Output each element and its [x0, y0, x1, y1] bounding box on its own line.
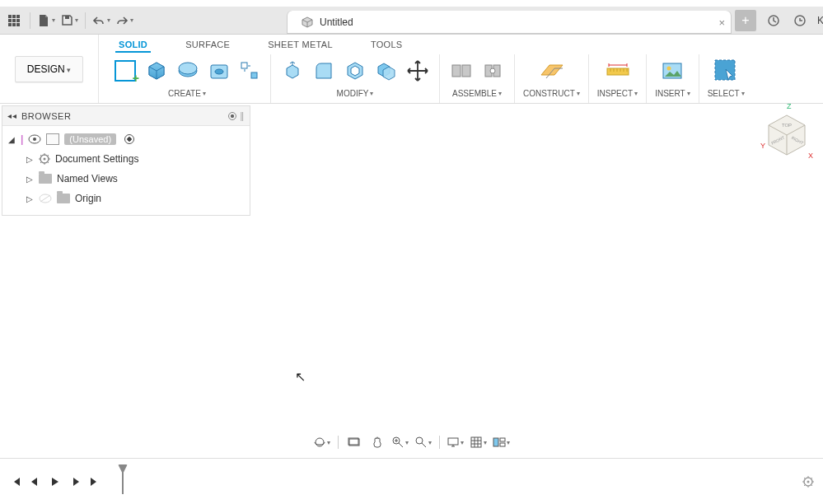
separator	[30, 12, 30, 29]
expand-icon[interactable]: ▷	[26, 194, 34, 203]
display-settings-button[interactable]	[447, 433, 465, 451]
pan-icon	[371, 436, 384, 449]
shell-button[interactable]	[342, 58, 368, 84]
svg-point-8	[215, 69, 223, 74]
workspace-button[interactable]: DESIGN	[15, 56, 84, 82]
pattern-button[interactable]	[237, 58, 262, 83]
document-tab-title: Untitled	[320, 16, 353, 28]
timeline-settings-button[interactable]	[802, 475, 815, 488]
fillet-button[interactable]	[311, 58, 337, 84]
insert-button[interactable]	[659, 58, 685, 84]
fit-icon	[414, 436, 428, 449]
tree-item-named-views[interactable]: ▷ Named Views	[4, 169, 248, 189]
extensions-button[interactable]	[765, 12, 783, 30]
press-pull-button[interactable]	[279, 58, 306, 84]
undo-button[interactable]	[92, 12, 110, 30]
separator	[85, 12, 86, 29]
timeline-end-button[interactable]	[87, 474, 102, 489]
view-cube-icon: TOP FRONT RIGHT	[762, 109, 811, 158]
look-at-button[interactable]	[345, 433, 363, 451]
timeline-next-button[interactable]	[68, 474, 82, 489]
folder-icon	[39, 174, 52, 184]
look-at-icon	[348, 436, 361, 448]
panel-select: SELECT	[699, 54, 753, 103]
axis-z-label: Z	[787, 102, 792, 110]
svg-text:TOP: TOP	[782, 123, 792, 128]
extrude-button[interactable]	[143, 58, 170, 84]
revolve-button[interactable]	[175, 58, 201, 84]
browser-header[interactable]: ◂◂ BROWSER ‖	[2, 106, 250, 126]
viewport-icon	[493, 436, 506, 448]
measure-button[interactable]	[604, 58, 630, 84]
visibility-icon[interactable]	[28, 134, 41, 144]
visibility-off-icon[interactable]	[39, 194, 52, 203]
pattern-icon	[239, 60, 260, 82]
panel-label-create[interactable]: CREATE	[168, 89, 206, 98]
sketch-icon	[115, 60, 136, 82]
panel-label-construct[interactable]: CONSTRUCT	[523, 89, 580, 98]
grid-settings-icon	[470, 436, 483, 449]
panel-label-assemble[interactable]: ASSEMBLE	[452, 89, 502, 98]
expand-icon[interactable]: ▷	[26, 155, 34, 164]
zoom-button[interactable]	[391, 433, 409, 451]
collapse-browser-button[interactable]: ◂◂	[7, 111, 16, 120]
component-icon	[46, 133, 59, 145]
tab-solid[interactable]: SOLID	[115, 38, 151, 53]
fillet-icon	[311, 58, 336, 83]
document-tab[interactable]: Untitled ×	[287, 11, 732, 34]
svg-rect-36	[493, 438, 498, 446]
close-tab-button[interactable]: ×	[718, 16, 725, 29]
activate-radio[interactable]	[124, 134, 134, 144]
tree-root[interactable]: ◢ | (Unsaved)	[4, 129, 248, 149]
document-tabstrip: Untitled × +	[287, 7, 756, 34]
save-button[interactable]	[60, 12, 78, 30]
tree-item-document-settings[interactable]: ▷ Document Settings	[4, 149, 248, 169]
hole-button[interactable]	[206, 58, 232, 84]
browser-panel: ◂◂ BROWSER ‖ ◢ | (Unsaved) ▷ Document Se…	[2, 105, 250, 216]
tree-item-label: Named Views	[57, 173, 118, 184]
browser-options-button[interactable]	[228, 112, 236, 120]
fit-button[interactable]	[414, 433, 433, 451]
canvas-area[interactable]: ◂◂ BROWSER ‖ ◢ | (Unsaved) ▷ Document Se…	[0, 104, 823, 458]
move-button[interactable]	[404, 58, 431, 84]
tab-surface[interactable]: SURFACE	[182, 38, 233, 53]
create-sketch-button[interactable]	[112, 58, 138, 84]
select-button[interactable]	[713, 58, 739, 84]
browser-resize-handle[interactable]: ‖	[240, 110, 245, 121]
ribbon-tabs: SOLID SURFACE SHEET METAL TOOLS	[99, 35, 823, 53]
panel-label-inspect[interactable]: INSPECT	[597, 89, 638, 98]
job-status-button[interactable]	[791, 12, 809, 30]
panel-insert: INSERT	[647, 54, 699, 103]
expand-icon[interactable]: ▷	[26, 175, 34, 184]
panel-label-insert[interactable]: INSERT	[655, 89, 690, 98]
timeline-prev-button[interactable]	[28, 474, 43, 489]
redo-button[interactable]	[115, 12, 133, 30]
cursor-icon: ↖	[295, 369, 306, 385]
panel-label-modify[interactable]: MODIFY	[337, 89, 374, 98]
pan-button[interactable]	[368, 433, 386, 451]
tab-sheet-metal[interactable]: SHEET METAL	[264, 38, 336, 53]
view-cube[interactable]: Z TOP FRONT RIGHT Y X	[762, 109, 811, 158]
svg-rect-34	[448, 438, 458, 445]
file-menu-button[interactable]	[37, 12, 55, 30]
data-panel-button[interactable]	[5, 12, 23, 30]
timeline-marker[interactable]	[122, 469, 124, 494]
timeline-start-button[interactable]	[8, 474, 23, 489]
user-menu[interactable]: Karina Harper	[817, 15, 823, 26]
expand-icon[interactable]: ◢	[7, 135, 16, 144]
as-built-joint-button[interactable]	[479, 58, 506, 84]
new-tab-button[interactable]: +	[735, 10, 756, 31]
timeline-play-button[interactable]	[48, 474, 63, 489]
viewport-layout-button[interactable]	[493, 433, 511, 451]
construct-plane-button[interactable]	[538, 58, 564, 84]
panel-label-select[interactable]: SELECT	[708, 89, 745, 98]
orbit-button[interactable]	[313, 433, 331, 451]
browser-title: BROWSER	[21, 111, 71, 121]
undo-icon	[92, 15, 105, 26]
tree-item-label: Origin	[75, 193, 101, 204]
tree-item-origin[interactable]: ▷ Origin	[4, 189, 248, 208]
joint-button[interactable]	[448, 58, 475, 84]
combine-button[interactable]	[373, 58, 400, 84]
grid-settings-button[interactable]	[470, 433, 488, 451]
tab-tools[interactable]: TOOLS	[367, 38, 406, 53]
